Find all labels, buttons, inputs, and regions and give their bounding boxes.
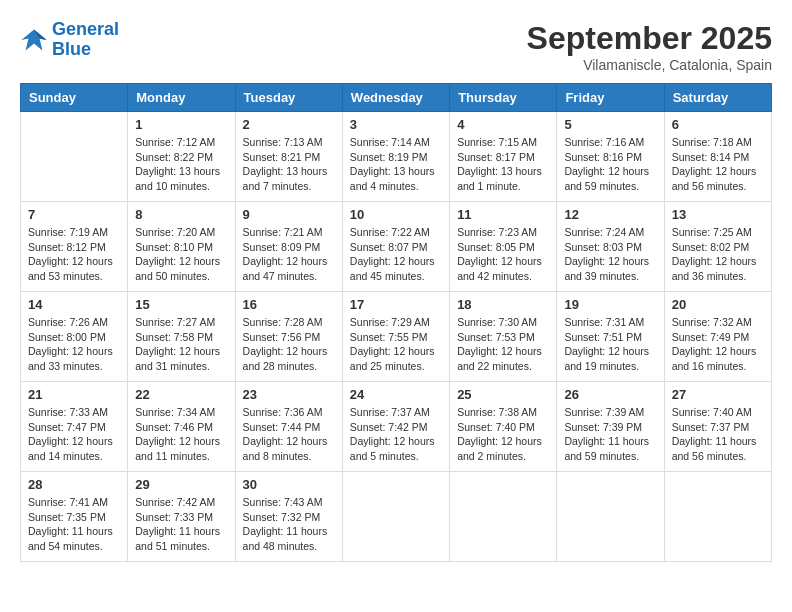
week-row-5: 28Sunrise: 7:41 AMSunset: 7:35 PMDayligh… (21, 472, 772, 562)
calendar-cell: 22Sunrise: 7:34 AMSunset: 7:46 PMDayligh… (128, 382, 235, 472)
logo-icon (20, 26, 48, 54)
column-header-friday: Friday (557, 84, 664, 112)
calendar-cell: 19Sunrise: 7:31 AMSunset: 7:51 PMDayligh… (557, 292, 664, 382)
column-header-thursday: Thursday (450, 84, 557, 112)
day-number: 8 (135, 207, 227, 222)
calendar-cell (21, 112, 128, 202)
calendar-cell: 15Sunrise: 7:27 AMSunset: 7:58 PMDayligh… (128, 292, 235, 382)
day-number: 2 (243, 117, 335, 132)
calendar-header-row: SundayMondayTuesdayWednesdayThursdayFrid… (21, 84, 772, 112)
calendar-cell: 24Sunrise: 7:37 AMSunset: 7:42 PMDayligh… (342, 382, 449, 472)
calendar-cell: 13Sunrise: 7:25 AMSunset: 8:02 PMDayligh… (664, 202, 771, 292)
calendar-cell: 23Sunrise: 7:36 AMSunset: 7:44 PMDayligh… (235, 382, 342, 472)
calendar-cell: 16Sunrise: 7:28 AMSunset: 7:56 PMDayligh… (235, 292, 342, 382)
day-info: Sunrise: 7:38 AMSunset: 7:40 PMDaylight:… (457, 405, 549, 464)
day-info: Sunrise: 7:18 AMSunset: 8:14 PMDaylight:… (672, 135, 764, 194)
day-info: Sunrise: 7:41 AMSunset: 7:35 PMDaylight:… (28, 495, 120, 554)
day-info: Sunrise: 7:25 AMSunset: 8:02 PMDaylight:… (672, 225, 764, 284)
calendar-cell: 10Sunrise: 7:22 AMSunset: 8:07 PMDayligh… (342, 202, 449, 292)
calendar-cell (450, 472, 557, 562)
day-info: Sunrise: 7:26 AMSunset: 8:00 PMDaylight:… (28, 315, 120, 374)
logo-text: GeneralBlue (52, 20, 119, 60)
day-info: Sunrise: 7:16 AMSunset: 8:16 PMDaylight:… (564, 135, 656, 194)
day-number: 10 (350, 207, 442, 222)
day-info: Sunrise: 7:27 AMSunset: 7:58 PMDaylight:… (135, 315, 227, 374)
day-number: 25 (457, 387, 549, 402)
calendar-cell: 4Sunrise: 7:15 AMSunset: 8:17 PMDaylight… (450, 112, 557, 202)
day-info: Sunrise: 7:13 AMSunset: 8:21 PMDaylight:… (243, 135, 335, 194)
day-info: Sunrise: 7:37 AMSunset: 7:42 PMDaylight:… (350, 405, 442, 464)
column-header-monday: Monday (128, 84, 235, 112)
day-number: 4 (457, 117, 549, 132)
calendar-cell: 1Sunrise: 7:12 AMSunset: 8:22 PMDaylight… (128, 112, 235, 202)
column-header-wednesday: Wednesday (342, 84, 449, 112)
calendar-cell: 3Sunrise: 7:14 AMSunset: 8:19 PMDaylight… (342, 112, 449, 202)
calendar-cell: 26Sunrise: 7:39 AMSunset: 7:39 PMDayligh… (557, 382, 664, 472)
day-info: Sunrise: 7:40 AMSunset: 7:37 PMDaylight:… (672, 405, 764, 464)
day-number: 12 (564, 207, 656, 222)
week-row-1: 1Sunrise: 7:12 AMSunset: 8:22 PMDaylight… (21, 112, 772, 202)
day-number: 30 (243, 477, 335, 492)
calendar-cell: 5Sunrise: 7:16 AMSunset: 8:16 PMDaylight… (557, 112, 664, 202)
calendar-cell: 27Sunrise: 7:40 AMSunset: 7:37 PMDayligh… (664, 382, 771, 472)
calendar-cell: 12Sunrise: 7:24 AMSunset: 8:03 PMDayligh… (557, 202, 664, 292)
day-number: 11 (457, 207, 549, 222)
calendar-cell: 20Sunrise: 7:32 AMSunset: 7:49 PMDayligh… (664, 292, 771, 382)
day-number: 14 (28, 297, 120, 312)
column-header-sunday: Sunday (21, 84, 128, 112)
day-number: 28 (28, 477, 120, 492)
logo: GeneralBlue (20, 20, 119, 60)
day-info: Sunrise: 7:20 AMSunset: 8:10 PMDaylight:… (135, 225, 227, 284)
calendar-cell: 9Sunrise: 7:21 AMSunset: 8:09 PMDaylight… (235, 202, 342, 292)
day-info: Sunrise: 7:30 AMSunset: 7:53 PMDaylight:… (457, 315, 549, 374)
day-info: Sunrise: 7:39 AMSunset: 7:39 PMDaylight:… (564, 405, 656, 464)
calendar-cell: 8Sunrise: 7:20 AMSunset: 8:10 PMDaylight… (128, 202, 235, 292)
day-number: 29 (135, 477, 227, 492)
day-info: Sunrise: 7:31 AMSunset: 7:51 PMDaylight:… (564, 315, 656, 374)
day-number: 27 (672, 387, 764, 402)
page-title: September 2025 (527, 20, 772, 57)
day-number: 7 (28, 207, 120, 222)
day-info: Sunrise: 7:33 AMSunset: 7:47 PMDaylight:… (28, 405, 120, 464)
day-number: 15 (135, 297, 227, 312)
day-info: Sunrise: 7:29 AMSunset: 7:55 PMDaylight:… (350, 315, 442, 374)
day-info: Sunrise: 7:21 AMSunset: 8:09 PMDaylight:… (243, 225, 335, 284)
day-info: Sunrise: 7:22 AMSunset: 8:07 PMDaylight:… (350, 225, 442, 284)
day-info: Sunrise: 7:36 AMSunset: 7:44 PMDaylight:… (243, 405, 335, 464)
day-info: Sunrise: 7:23 AMSunset: 8:05 PMDaylight:… (457, 225, 549, 284)
day-number: 19 (564, 297, 656, 312)
calendar-cell: 28Sunrise: 7:41 AMSunset: 7:35 PMDayligh… (21, 472, 128, 562)
day-number: 6 (672, 117, 764, 132)
calendar-cell: 14Sunrise: 7:26 AMSunset: 8:00 PMDayligh… (21, 292, 128, 382)
calendar-cell: 2Sunrise: 7:13 AMSunset: 8:21 PMDaylight… (235, 112, 342, 202)
day-info: Sunrise: 7:28 AMSunset: 7:56 PMDaylight:… (243, 315, 335, 374)
day-info: Sunrise: 7:42 AMSunset: 7:33 PMDaylight:… (135, 495, 227, 554)
day-info: Sunrise: 7:14 AMSunset: 8:19 PMDaylight:… (350, 135, 442, 194)
calendar-table: SundayMondayTuesdayWednesdayThursdayFrid… (20, 83, 772, 562)
day-info: Sunrise: 7:15 AMSunset: 8:17 PMDaylight:… (457, 135, 549, 194)
calendar-cell: 25Sunrise: 7:38 AMSunset: 7:40 PMDayligh… (450, 382, 557, 472)
page-header: GeneralBlue September 2025 Vilamaniscle,… (20, 20, 772, 73)
page-subtitle: Vilamaniscle, Catalonia, Spain (527, 57, 772, 73)
day-info: Sunrise: 7:32 AMSunset: 7:49 PMDaylight:… (672, 315, 764, 374)
day-number: 1 (135, 117, 227, 132)
calendar-cell (664, 472, 771, 562)
day-info: Sunrise: 7:19 AMSunset: 8:12 PMDaylight:… (28, 225, 120, 284)
day-number: 26 (564, 387, 656, 402)
svg-marker-0 (21, 29, 46, 50)
day-number: 21 (28, 387, 120, 402)
calendar-cell (342, 472, 449, 562)
week-row-3: 14Sunrise: 7:26 AMSunset: 8:00 PMDayligh… (21, 292, 772, 382)
day-number: 3 (350, 117, 442, 132)
day-info: Sunrise: 7:12 AMSunset: 8:22 PMDaylight:… (135, 135, 227, 194)
day-number: 17 (350, 297, 442, 312)
calendar-cell: 18Sunrise: 7:30 AMSunset: 7:53 PMDayligh… (450, 292, 557, 382)
calendar-cell: 21Sunrise: 7:33 AMSunset: 7:47 PMDayligh… (21, 382, 128, 472)
day-number: 5 (564, 117, 656, 132)
column-header-tuesday: Tuesday (235, 84, 342, 112)
day-number: 20 (672, 297, 764, 312)
day-info: Sunrise: 7:34 AMSunset: 7:46 PMDaylight:… (135, 405, 227, 464)
day-number: 9 (243, 207, 335, 222)
column-header-saturday: Saturday (664, 84, 771, 112)
day-number: 18 (457, 297, 549, 312)
